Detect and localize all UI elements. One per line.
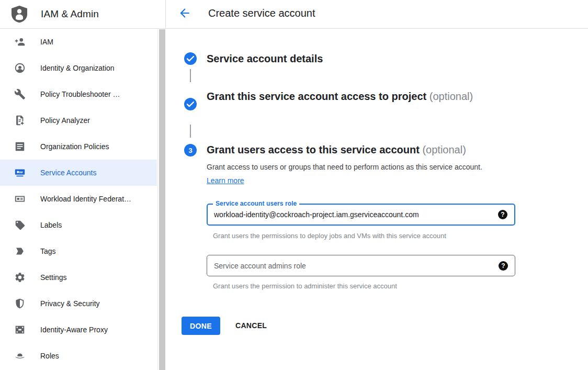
sidebar-item-label: Workload Identity Federat… bbox=[40, 195, 131, 203]
sidebar-header: IAM & Admin bbox=[0, 0, 166, 29]
iam-shield-icon bbox=[12, 5, 27, 23]
account-circle-icon bbox=[14, 62, 26, 74]
back-arrow-icon[interactable] bbox=[178, 6, 191, 20]
sidebar-item-label: Service Accounts bbox=[40, 169, 96, 177]
sidebar-item-label: Privacy & Security bbox=[40, 299, 100, 308]
done-button[interactable]: DONE bbox=[182, 317, 220, 335]
sidebar-nav: IAM Identity & Organization Policy Troub… bbox=[0, 29, 157, 369]
sidebar-item-label: Policy Analyzer bbox=[40, 116, 90, 125]
person-add-icon bbox=[14, 36, 26, 48]
sidebar-item-policy-analyzer[interactable]: Policy Analyzer bbox=[0, 107, 157, 133]
sidebar-item-labels[interactable]: Labels bbox=[0, 212, 157, 238]
sidebar-item-roles[interactable]: Roles bbox=[0, 343, 157, 369]
step3-number: 3 bbox=[188, 147, 192, 154]
wrench-icon bbox=[14, 88, 26, 100]
page-header: Create service account bbox=[166, 0, 588, 29]
sidebar-item-label: Tags bbox=[40, 247, 56, 255]
gear-icon bbox=[14, 271, 26, 284]
proxy-icon bbox=[14, 323, 26, 336]
step-connector bbox=[190, 69, 191, 82]
admins-role-input[interactable] bbox=[214, 255, 486, 276]
step2-complete-check-icon bbox=[184, 98, 197, 110]
sidebar-scrollbar-thumb[interactable] bbox=[159, 29, 165, 370]
step1-complete-check-icon bbox=[184, 52, 197, 65]
sidebar-item-label: Identity & Organization bbox=[40, 64, 115, 72]
cancel-button[interactable]: CANCEL bbox=[235, 317, 267, 335]
create-service-account-form: Service account details Grant this servi… bbox=[166, 29, 588, 370]
admins-role-help-icon[interactable]: ? bbox=[499, 261, 508, 271]
tag-arrow-icon bbox=[14, 245, 26, 257]
document-lines-icon bbox=[14, 140, 26, 153]
step3-description: Grant access to users or groups that nee… bbox=[207, 161, 497, 187]
sidebar-item-service-accounts[interactable]: Service Accounts bbox=[0, 160, 157, 186]
sidebar-item-workload-identity-federation[interactable]: Workload Identity Federat… bbox=[0, 186, 157, 212]
shield-half-icon bbox=[14, 297, 26, 310]
id-card-icon bbox=[14, 193, 26, 205]
page-title: Create service account bbox=[208, 7, 315, 19]
step2-title-text: Grant this service account access to pro… bbox=[207, 91, 426, 102]
learn-more-link[interactable]: Learn more bbox=[207, 176, 244, 185]
sidebar-item-label: Settings bbox=[40, 273, 67, 282]
admins-role-helper-text: Grant users the permission to administer… bbox=[213, 282, 397, 290]
users-role-help-icon[interactable]: ? bbox=[498, 210, 507, 219]
sidebar-item-tags[interactable]: Tags bbox=[0, 238, 157, 264]
sidebar-item-label: Identity-Aware Proxy bbox=[40, 326, 108, 334]
sidebar-item-privacy-security[interactable]: Privacy & Security bbox=[0, 290, 157, 317]
step1-title: Service account details bbox=[207, 52, 323, 66]
step2-title: Grant this service account access to pro… bbox=[207, 88, 479, 105]
users-role-field-container: Service account users role ? bbox=[207, 204, 515, 226]
users-role-helper-text: Grant users the permissions to deploy jo… bbox=[213, 232, 446, 240]
service-account-icon bbox=[14, 166, 26, 179]
sidebar: IAM & Admin IAM Identity & Organization bbox=[0, 0, 166, 370]
step2-optional-label: (optional) bbox=[429, 91, 473, 102]
step3-optional-label: (optional) bbox=[422, 144, 466, 155]
step3-number-badge: 3 bbox=[184, 144, 197, 156]
step3-title: Grant users access to this service accou… bbox=[207, 143, 466, 157]
sidebar-item-iam[interactable]: IAM bbox=[0, 29, 157, 55]
step3-description-text: Grant access to users or groups that nee… bbox=[207, 163, 482, 171]
sidebar-item-identity-organization[interactable]: Identity & Organization bbox=[0, 55, 157, 81]
step-connector bbox=[190, 125, 191, 138]
sidebar-item-identity-aware-proxy[interactable]: Identity-Aware Proxy bbox=[0, 317, 157, 343]
main-panel: Create service account Service account d… bbox=[166, 0, 588, 370]
sidebar-item-settings[interactable]: Settings bbox=[0, 264, 157, 290]
sidebar-item-label: Roles bbox=[40, 352, 59, 360]
label-tag-icon bbox=[14, 219, 26, 231]
users-role-input[interactable] bbox=[214, 205, 486, 225]
sidebar-item-policy-troubleshooter[interactable]: Policy Troubleshooter … bbox=[0, 81, 157, 107]
sidebar-scrollbar bbox=[157, 29, 166, 370]
sidebar-item-label: Labels bbox=[40, 221, 62, 229]
sidebar-item-label: Policy Troubleshooter … bbox=[40, 90, 120, 98]
step3-title-text: Grant users access to this service accou… bbox=[207, 144, 420, 155]
iam-admin-console: IAM & Admin IAM Identity & Organization bbox=[0, 0, 588, 370]
sidebar-item-label: Organization Policies bbox=[40, 142, 109, 151]
sidebar-item-organization-policies[interactable]: Organization Policies bbox=[0, 133, 157, 160]
policy-analyzer-icon bbox=[14, 114, 26, 127]
section-title: IAM & Admin bbox=[41, 8, 99, 20]
admins-role-field-container: ? bbox=[207, 255, 515, 276]
sidebar-item-label: IAM bbox=[40, 38, 53, 46]
hat-icon bbox=[14, 350, 26, 362]
